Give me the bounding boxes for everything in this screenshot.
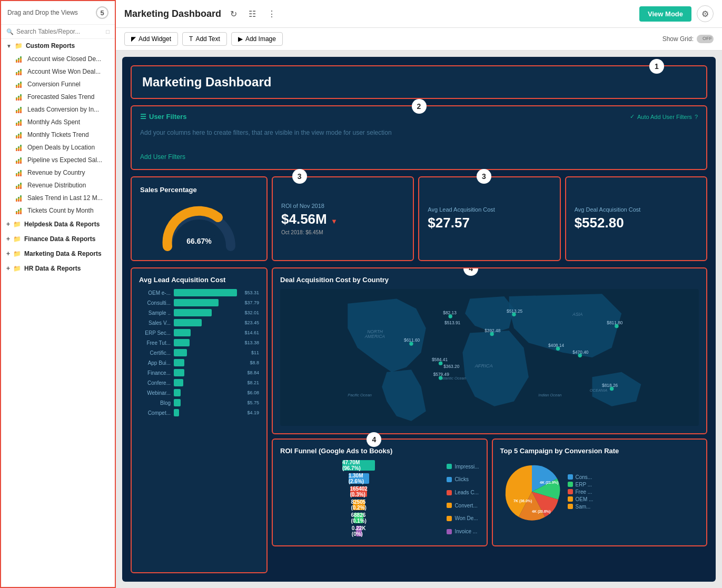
auto-add-container: ✓ Auto Add User Filters ? (630, 113, 698, 120)
user-filters-card: 2 ☰ User Filters ✓ Auto Add User Filters… (131, 105, 707, 170)
lead-label: Avg Lead Acquisition Cost (428, 206, 551, 213)
grid-button[interactable]: ☷ (246, 8, 259, 20)
svg-text:$513.91: $513.91 (444, 320, 461, 325)
bar-label: Consulti... (139, 300, 171, 306)
settings-button[interactable]: ⚙ (697, 5, 714, 22)
bar-chart-icon (16, 144, 23, 151)
badge-5: 5 (96, 6, 108, 19)
finance-group[interactable]: + 📁 Finance Data & Reports (1, 232, 115, 246)
hr-group-label: HR Data & Reports (24, 265, 81, 272)
funnel-bottom-inner: 47.70M (96.7%)1.30M (2.6%)165402 (0.3%)8… (280, 460, 479, 538)
legend-dot (447, 529, 452, 534)
bar-value: $37.79 (240, 300, 259, 305)
svg-text:$363.20: $363.20 (443, 364, 460, 369)
marketing-group[interactable]: + 📁 Marketing Data & Reports (1, 246, 115, 261)
sidebar-item-6[interactable]: Monthly Tickets Trend (1, 128, 115, 141)
sidebar-item-8[interactable]: Pipeline vs Expected Sal... (1, 154, 115, 166)
filters-title: ☰ User Filters (140, 113, 187, 121)
sidebar-item-label: Conversion Funnel (27, 81, 81, 88)
sidebar-item-12[interactable]: Tickets Count by Month (1, 204, 115, 217)
bar-label: Compet... (139, 410, 171, 416)
add-image-button[interactable]: ▶ Add Image (231, 32, 283, 46)
toolbar: ◤ Add Widget T Add Text ▶ Add Image Show… (116, 28, 722, 51)
bar-fill (174, 329, 191, 336)
funnel-bar: 0.22K (0%) (356, 526, 362, 536)
topbar-left: Marketing Dashboard ↻ ☷ ⋮ (124, 8, 279, 20)
bar-value: $13.38 (240, 340, 259, 345)
sidebar-item-9[interactable]: Revenue by Country (1, 166, 115, 179)
sidebar-item-1[interactable]: Account Wise Won Deal... (1, 65, 115, 78)
roi-value: $4.56M ▼ (281, 211, 404, 227)
pie-legend-item: ERP ... (568, 482, 594, 487)
dashboard-canvas: Marketing Dashboard 1 2 ☰ User Filters ✓… (116, 51, 722, 588)
funnel-row: 68826 (0.1%) (343, 513, 374, 523)
bar-label: Sales V... (139, 320, 171, 326)
folder-icon: 📁 (13, 235, 21, 243)
funnel-row: 1.30M (2.6%) (343, 473, 374, 484)
sidebar-item-0[interactable]: Account wise Closed De... (1, 53, 115, 65)
helpdesk-group[interactable]: + 📁 Helpdesk Data & Reports (1, 217, 115, 232)
add-widget-button[interactable]: ◤ Add Widget (124, 32, 178, 46)
sidebar-item-5[interactable]: Monthly Ads Spent (1, 116, 115, 128)
bar-fill (174, 289, 237, 296)
pie-legend-item: Cons... (568, 474, 594, 480)
pie-title: Top 5 Campaign by Conversion Rate (500, 447, 699, 455)
add-user-filters-button[interactable]: Add User Filters (140, 151, 185, 163)
sidebar-item-4[interactable]: Leads Conversion by In... (1, 103, 115, 116)
search-input[interactable] (16, 28, 106, 35)
dashboard-title-card: Marketing Dashboard 1 (131, 65, 707, 99)
more-options-button[interactable]: ⋮ (265, 8, 279, 20)
svg-text:4K (21.9%): 4K (21.9%) (540, 481, 558, 485)
sidebar-header-text: Drag and Drop the Views (7, 9, 78, 16)
pie-legend-item: OEM ... (568, 496, 594, 502)
show-grid-container: Show Grid: OFF (662, 35, 714, 43)
bar-background (174, 299, 237, 306)
pie-legend-label: Cons... (576, 474, 592, 480)
legend-label: Leads C... (454, 490, 479, 495)
grid-toggle-label: OFF (703, 36, 712, 41)
add-text-button[interactable]: T Add Text (182, 32, 227, 46)
sidebar: Drag and Drop the Views 5 🔍 □ ▼ 📁 Custom… (0, 0, 116, 588)
funnel-bar: 1.30M (2.6%) (349, 473, 369, 484)
pie-legend-item: Sam... (568, 504, 594, 510)
funnel-legend-item: Impressi... (447, 464, 479, 470)
sidebar-item-label: Monthly Tickets Trend (27, 131, 89, 138)
bar-row: Certific... $11 (139, 349, 259, 356)
metrics-group: ROI of Nov 2018 $4.56M ▼ Oct 2018: $6.45… (272, 176, 707, 261)
funnel-legend-item: Leads C... (447, 490, 479, 495)
svg-point-21 (439, 361, 442, 365)
svg-text:OCEANIA: OCEANIA (590, 388, 607, 393)
sidebar-item-label: Account Wise Won Deal... (27, 68, 101, 75)
svg-point-19 (409, 342, 413, 345)
sidebar-item-2[interactable]: Conversion Funnel (1, 78, 115, 91)
filters-hint-text: Add your columns here to create filters,… (140, 125, 698, 151)
svg-text:AMERICA: AMERICA (364, 334, 385, 339)
funnel-legend-item: Clicks (447, 476, 479, 482)
bar-value: $4.19 (240, 410, 259, 415)
gauge-chart: 66.67% (157, 199, 241, 252)
svg-text:Indian Ocean: Indian Ocean (538, 393, 561, 397)
main-panel: Marketing Dashboard ↻ ☷ ⋮ View Mode ⚙ ◤ … (116, 0, 722, 588)
sidebar-item-10[interactable]: Revenue Distribution (1, 179, 115, 192)
refresh-button[interactable]: ↻ (228, 8, 240, 20)
bar-row: OEM e-... $53.31 (139, 289, 259, 296)
sidebar-item-7[interactable]: Open Deals by Location (1, 141, 115, 154)
bar-fill (174, 389, 181, 396)
page-title: Marketing Dashboard (124, 8, 221, 19)
sidebar-item-3[interactable]: Forecasted Sales Trend (1, 91, 115, 103)
view-mode-button[interactable]: View Mode (639, 6, 691, 22)
hr-group[interactable]: + 📁 HR Data & Reports (1, 261, 115, 276)
new-tab-icon[interactable]: □ (106, 28, 110, 35)
svg-text:$818.26: $818.26 (602, 383, 618, 388)
funnel-card: 4 ROI Funnel (Google Ads to Books) 47.70… (272, 438, 488, 546)
pie-legend-item: Free ... (568, 489, 594, 495)
sidebar-item-11[interactable]: Sales Trend in Last 12 M... (1, 192, 115, 204)
bar-background (174, 339, 237, 346)
bar-fill (174, 319, 202, 326)
custom-reports-section[interactable]: ▼ 📁 Custom Reports (1, 39, 115, 53)
bar-label: Sample .. (139, 310, 171, 316)
down-arrow: ▼ (331, 217, 338, 225)
grid-toggle[interactable]: OFF (697, 35, 714, 43)
folder-icon: 📁 (13, 250, 21, 257)
svg-point-24 (439, 376, 442, 380)
